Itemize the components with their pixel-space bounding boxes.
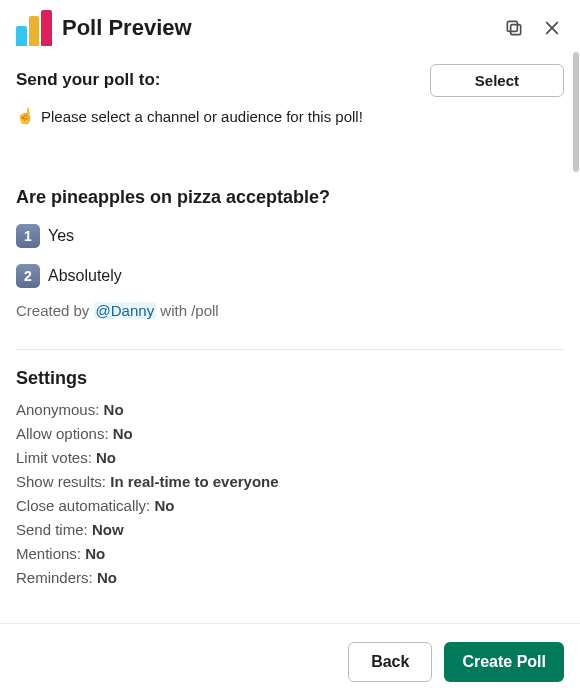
setting-label: Anonymous: (16, 401, 99, 418)
setting-label: Limit votes: (16, 449, 92, 466)
setting-value: No (97, 569, 117, 586)
settings-title: Settings (16, 368, 564, 389)
setting-value: No (85, 545, 105, 562)
setting-value: In real-time to everyone (110, 473, 278, 490)
setting-row: Send time: Now (16, 521, 564, 538)
send-label: Send your poll to: (16, 64, 161, 90)
setting-value: No (113, 425, 133, 442)
poll-option: 1 Yes (16, 224, 564, 248)
setting-label: Show results: (16, 473, 106, 490)
send-row: Send your poll to: Select (16, 64, 564, 97)
setting-row: Reminders: No (16, 569, 564, 586)
setting-label: Mentions: (16, 545, 81, 562)
created-by: Created by @Danny with /poll (16, 302, 564, 319)
modal-title: Poll Preview (62, 15, 492, 41)
poll-question: Are pineapples on pizza acceptable? (16, 187, 564, 208)
setting-label: Send time: (16, 521, 88, 538)
select-hint: ☝️ Please select a channel or audience f… (16, 107, 564, 125)
header-actions (502, 16, 564, 40)
setting-label: Reminders: (16, 569, 93, 586)
option-number-icon: 1 (16, 224, 40, 248)
setting-row: Limit votes: No (16, 449, 564, 466)
setting-value: No (154, 497, 174, 514)
option-label: Absolutely (48, 267, 122, 285)
pointing-up-icon: ☝️ (16, 107, 35, 125)
select-hint-text: Please select a channel or audience for … (41, 108, 363, 125)
select-audience-button[interactable]: Select (430, 64, 564, 97)
copy-icon[interactable] (502, 16, 526, 40)
setting-row: Allow options: No (16, 425, 564, 442)
option-label: Yes (48, 227, 74, 245)
poll-option: 2 Absolutely (16, 264, 564, 288)
created-by-prefix: Created by (16, 302, 94, 319)
setting-label: Close automatically: (16, 497, 150, 514)
option-number-icon: 2 (16, 264, 40, 288)
created-by-user-link[interactable]: @Danny (94, 302, 157, 319)
create-poll-button[interactable]: Create Poll (444, 642, 564, 682)
setting-row: Close automatically: No (16, 497, 564, 514)
modal-header: Poll Preview (0, 0, 580, 50)
created-by-suffix: with /poll (156, 302, 219, 319)
setting-value: No (104, 401, 124, 418)
modal-content: Send your poll to: Select ☝️ Please sele… (0, 50, 580, 623)
modal-footer: Back Create Poll (0, 623, 580, 700)
setting-row: Anonymous: No (16, 401, 564, 418)
setting-label: Allow options: (16, 425, 109, 442)
setting-value: Now (92, 521, 124, 538)
svg-rect-0 (511, 25, 521, 35)
poll-preview-modal: Poll Preview Send your poll to: Select ☝ (0, 0, 580, 700)
close-icon[interactable] (540, 16, 564, 40)
setting-value: No (96, 449, 116, 466)
setting-row: Mentions: No (16, 545, 564, 562)
setting-row: Show results: In real-time to everyone (16, 473, 564, 490)
scrollbar-thumb[interactable] (573, 52, 579, 172)
divider (16, 349, 564, 350)
svg-rect-1 (507, 21, 517, 31)
back-button[interactable]: Back (348, 642, 432, 682)
app-icon (16, 10, 52, 46)
